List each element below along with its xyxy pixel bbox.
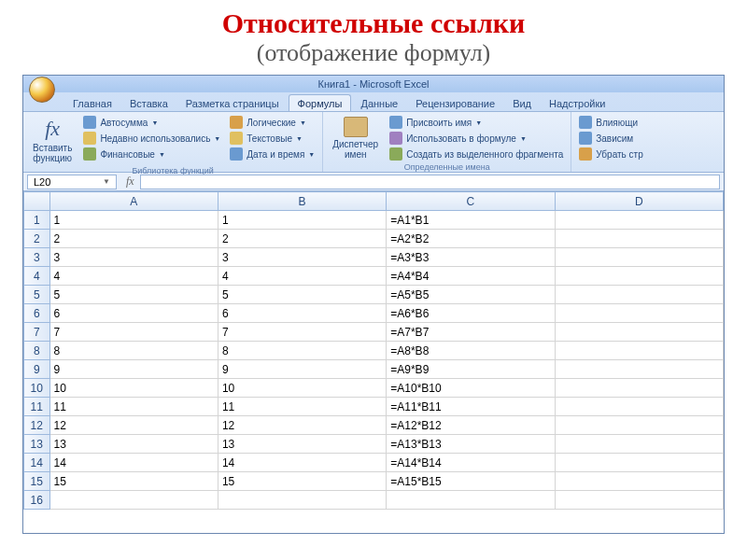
cell[interactable] bbox=[555, 360, 723, 379]
cell[interactable]: 1 bbox=[49, 211, 218, 230]
define-name-button[interactable]: Присвоить имя ▼ bbox=[388, 115, 565, 130]
cell[interactable]: =A9*B9 bbox=[387, 360, 555, 379]
cell[interactable] bbox=[555, 248, 723, 267]
cell[interactable] bbox=[49, 491, 218, 510]
row-header[interactable]: 3 bbox=[24, 248, 50, 267]
cell[interactable]: 11 bbox=[49, 398, 218, 416]
cell[interactable]: =A5*B5 bbox=[387, 286, 555, 304]
create-from-selection-button[interactable]: Создать из выделенного фрагмента bbox=[388, 147, 565, 161]
row-header[interactable]: 12 bbox=[24, 416, 50, 435]
name-manager-button[interactable]: Диспетчер имен bbox=[329, 115, 382, 161]
cell[interactable]: =A12*B12 bbox=[387, 416, 555, 435]
cell[interactable]: 7 bbox=[49, 323, 218, 342]
cell[interactable]: 9 bbox=[49, 360, 218, 379]
office-button[interactable] bbox=[29, 77, 55, 103]
cell[interactable]: 10 bbox=[218, 379, 386, 398]
remove-arrows-button[interactable]: Убрать стр bbox=[577, 147, 644, 161]
cell[interactable] bbox=[555, 398, 723, 416]
col-header-D[interactable]: D bbox=[555, 192, 723, 211]
row-header[interactable]: 15 bbox=[24, 472, 50, 491]
cell[interactable]: 13 bbox=[218, 435, 386, 454]
logical-button[interactable]: Логические ▼ bbox=[228, 115, 317, 130]
cell[interactable]: 2 bbox=[49, 230, 218, 248]
cell[interactable]: 14 bbox=[218, 454, 386, 472]
cell[interactable]: 15 bbox=[218, 472, 386, 491]
cell[interactable]: 12 bbox=[218, 416, 386, 435]
trace-dependents-button[interactable]: Зависим bbox=[577, 131, 644, 146]
row-header[interactable]: 10 bbox=[24, 379, 50, 398]
cell[interactable] bbox=[555, 435, 723, 454]
tab-review[interactable]: Рецензирование bbox=[407, 95, 503, 111]
trace-precedents-button[interactable]: Влияющи bbox=[577, 115, 644, 130]
datetime-button[interactable]: Дата и время ▼ bbox=[228, 147, 317, 161]
tab-insert[interactable]: Вставка bbox=[121, 95, 176, 111]
row-header[interactable]: 1 bbox=[24, 211, 50, 230]
cell[interactable] bbox=[555, 491, 723, 510]
cell[interactable]: =A4*B4 bbox=[387, 267, 555, 286]
cell[interactable]: =A15*B15 bbox=[387, 472, 555, 491]
row-header[interactable]: 14 bbox=[24, 454, 50, 472]
cell[interactable] bbox=[555, 304, 723, 323]
cell[interactable]: 5 bbox=[49, 286, 218, 304]
tab-addins[interactable]: Надстройки bbox=[541, 95, 613, 111]
cell[interactable] bbox=[387, 491, 555, 510]
cell[interactable]: =A13*B13 bbox=[387, 435, 555, 454]
cell[interactable]: =A11*B11 bbox=[387, 398, 555, 416]
tab-data[interactable]: Данные bbox=[352, 95, 406, 111]
row-header[interactable]: 5 bbox=[24, 286, 50, 304]
tab-formulas[interactable]: Формулы bbox=[289, 94, 352, 111]
cell[interactable]: 6 bbox=[49, 304, 218, 323]
row-header[interactable]: 8 bbox=[24, 342, 50, 360]
cell[interactable] bbox=[555, 230, 723, 248]
cell[interactable]: 14 bbox=[49, 454, 218, 472]
cell[interactable] bbox=[555, 323, 723, 342]
cell[interactable]: 10 bbox=[49, 379, 218, 398]
row-header[interactable]: 11 bbox=[24, 398, 50, 416]
cell[interactable]: 1 bbox=[218, 211, 386, 230]
cell[interactable] bbox=[555, 342, 723, 360]
cell[interactable] bbox=[555, 454, 723, 472]
formula-input[interactable] bbox=[140, 175, 720, 189]
tab-home[interactable]: Главная bbox=[64, 95, 120, 111]
cell[interactable]: =A8*B8 bbox=[387, 342, 555, 360]
cell[interactable]: 7 bbox=[218, 323, 386, 342]
cell[interactable]: =A3*B3 bbox=[387, 248, 555, 267]
row-header[interactable]: 7 bbox=[24, 323, 50, 342]
cell[interactable]: 3 bbox=[218, 248, 386, 267]
cell[interactable] bbox=[555, 286, 723, 304]
cell[interactable]: 2 bbox=[218, 230, 386, 248]
row-header[interactable]: 9 bbox=[24, 360, 50, 379]
cell[interactable]: 4 bbox=[218, 267, 386, 286]
row-header[interactable]: 2 bbox=[24, 230, 50, 248]
cell[interactable]: =A2*B2 bbox=[387, 230, 555, 248]
cell[interactable]: =A10*B10 bbox=[387, 379, 555, 398]
cell[interactable] bbox=[218, 491, 386, 510]
row-header[interactable]: 6 bbox=[24, 304, 50, 323]
name-box[interactable]: L20 ▼ bbox=[27, 175, 117, 189]
cell[interactable]: 6 bbox=[218, 304, 386, 323]
row-header[interactable]: 4 bbox=[24, 267, 50, 286]
cell[interactable] bbox=[555, 267, 723, 286]
cell[interactable]: =A1*B1 bbox=[387, 211, 555, 230]
autosum-button[interactable]: Автосумма ▼ bbox=[81, 115, 222, 130]
select-all-corner[interactable] bbox=[24, 192, 50, 211]
cell[interactable]: 8 bbox=[49, 342, 218, 360]
cell[interactable]: 3 bbox=[49, 248, 218, 267]
name-box-dropdown-icon[interactable]: ▼ bbox=[103, 177, 110, 186]
cell[interactable] bbox=[555, 416, 723, 435]
cell[interactable]: =A6*B6 bbox=[387, 304, 555, 323]
cell[interactable]: =A14*B14 bbox=[387, 454, 555, 472]
col-header-B[interactable]: B bbox=[218, 192, 386, 211]
cell[interactable] bbox=[555, 472, 723, 491]
cell[interactable]: 12 bbox=[49, 416, 218, 435]
cell[interactable] bbox=[555, 211, 723, 230]
cell[interactable]: 11 bbox=[218, 398, 386, 416]
cell[interactable]: =A7*B7 bbox=[387, 323, 555, 342]
recent-button[interactable]: Недавно использовались ▼ bbox=[81, 131, 222, 146]
tab-layout[interactable]: Разметка страницы bbox=[177, 95, 288, 111]
cell[interactable]: 9 bbox=[218, 360, 386, 379]
col-header-A[interactable]: A bbox=[49, 192, 218, 211]
insert-function-button[interactable]: fx Вставить функцию bbox=[29, 115, 76, 165]
tab-view[interactable]: Вид bbox=[504, 95, 540, 111]
col-header-C[interactable]: C bbox=[387, 192, 555, 211]
